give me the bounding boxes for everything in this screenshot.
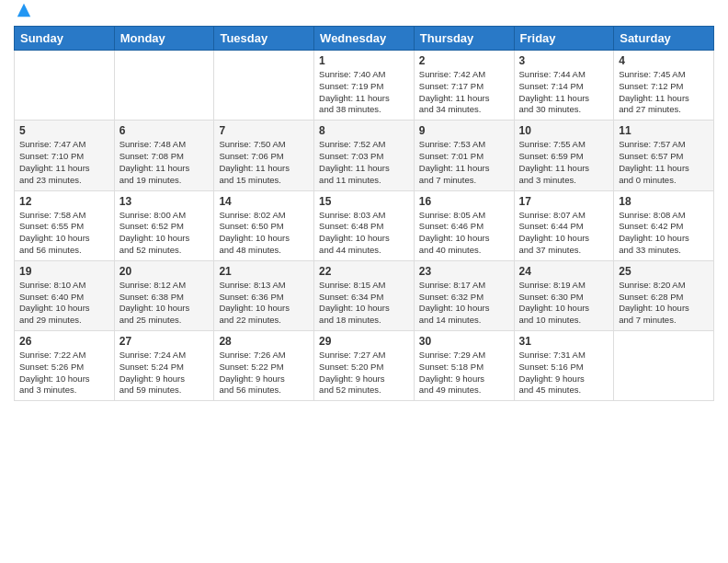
day-number: 18 bbox=[619, 195, 709, 208]
day-number: 22 bbox=[319, 265, 409, 278]
day-info: Sunrise: 7:45 AM Sunset: 7:12 PM Dayligh… bbox=[619, 69, 709, 116]
day-header-wednesday: Wednesday bbox=[314, 27, 415, 51]
day-info: Sunrise: 7:40 AM Sunset: 7:19 PM Dayligh… bbox=[319, 69, 409, 116]
calendar-cell: 14Sunrise: 8:02 AM Sunset: 6:50 PM Dayli… bbox=[214, 190, 314, 260]
day-number: 2 bbox=[419, 54, 509, 67]
day-info: Sunrise: 7:29 AM Sunset: 5:18 PM Dayligh… bbox=[419, 350, 509, 396]
day-number: 14 bbox=[219, 195, 309, 208]
day-header-saturday: Saturday bbox=[614, 27, 714, 51]
calendar-cell: 9Sunrise: 7:53 AM Sunset: 7:01 PM Daylig… bbox=[414, 121, 514, 190]
logo-text bbox=[14, 9, 32, 18]
day-info: Sunrise: 7:57 AM Sunset: 6:57 PM Dayligh… bbox=[619, 139, 709, 186]
calendar-cell: 15Sunrise: 8:03 AM Sunset: 6:48 PM Dayli… bbox=[314, 190, 415, 260]
calendar-cell: 18Sunrise: 8:08 AM Sunset: 6:42 PM Dayli… bbox=[614, 190, 714, 260]
day-header-sunday: Sunday bbox=[15, 27, 115, 51]
day-number: 20 bbox=[119, 265, 210, 278]
day-number: 6 bbox=[119, 124, 210, 137]
day-info: Sunrise: 8:13 AM Sunset: 6:36 PM Dayligh… bbox=[219, 280, 309, 327]
day-info: Sunrise: 7:27 AM Sunset: 5:20 PM Dayligh… bbox=[319, 350, 409, 396]
day-info: Sunrise: 8:07 AM Sunset: 6:44 PM Dayligh… bbox=[519, 210, 609, 257]
week-row-4: 19Sunrise: 8:10 AM Sunset: 6:40 PM Dayli… bbox=[15, 260, 714, 330]
day-info: Sunrise: 8:03 AM Sunset: 6:48 PM Dayligh… bbox=[319, 210, 409, 257]
day-number: 24 bbox=[519, 265, 609, 278]
day-number: 19 bbox=[19, 265, 109, 278]
calendar-cell: 25Sunrise: 8:20 AM Sunset: 6:28 PM Dayli… bbox=[614, 260, 714, 330]
day-number: 25 bbox=[619, 265, 709, 278]
svg-marker-0 bbox=[17, 4, 30, 17]
day-info: Sunrise: 7:44 AM Sunset: 7:14 PM Dayligh… bbox=[519, 69, 609, 116]
day-number: 4 bbox=[619, 54, 709, 67]
calendar-cell: 11Sunrise: 7:57 AM Sunset: 6:57 PM Dayli… bbox=[614, 121, 714, 190]
header-row: SundayMondayTuesdayWednesdayThursdayFrid… bbox=[15, 27, 714, 51]
calendar-cell: 26Sunrise: 7:22 AM Sunset: 5:26 PM Dayli… bbox=[15, 331, 115, 401]
day-number: 5 bbox=[19, 124, 109, 137]
week-row-5: 26Sunrise: 7:22 AM Sunset: 5:26 PM Dayli… bbox=[15, 331, 714, 401]
calendar-cell: 23Sunrise: 8:17 AM Sunset: 6:32 PM Dayli… bbox=[414, 260, 514, 330]
day-number: 27 bbox=[119, 335, 210, 348]
day-info: Sunrise: 7:55 AM Sunset: 6:59 PM Dayligh… bbox=[519, 139, 609, 186]
day-info: Sunrise: 8:00 AM Sunset: 6:52 PM Dayligh… bbox=[119, 210, 210, 257]
day-info: Sunrise: 8:20 AM Sunset: 6:28 PM Dayligh… bbox=[619, 280, 709, 327]
day-info: Sunrise: 7:24 AM Sunset: 5:24 PM Dayligh… bbox=[119, 350, 210, 396]
day-info: Sunrise: 8:10 AM Sunset: 6:40 PM Dayligh… bbox=[19, 280, 109, 327]
day-info: Sunrise: 7:47 AM Sunset: 7:10 PM Dayligh… bbox=[19, 139, 109, 186]
day-number: 10 bbox=[519, 124, 609, 137]
calendar-cell: 22Sunrise: 8:15 AM Sunset: 6:34 PM Dayli… bbox=[314, 260, 415, 330]
calendar-cell: 8Sunrise: 7:52 AM Sunset: 7:03 PM Daylig… bbox=[314, 121, 415, 190]
page: SundayMondayTuesdayWednesdayThursdayFrid… bbox=[0, 0, 728, 563]
calendar-cell: 2Sunrise: 7:42 AM Sunset: 7:17 PM Daylig… bbox=[414, 51, 514, 121]
day-info: Sunrise: 8:15 AM Sunset: 6:34 PM Dayligh… bbox=[319, 280, 409, 327]
week-row-2: 5Sunrise: 7:47 AM Sunset: 7:10 PM Daylig… bbox=[15, 121, 714, 190]
calendar-cell: 5Sunrise: 7:47 AM Sunset: 7:10 PM Daylig… bbox=[15, 121, 115, 190]
day-number: 8 bbox=[319, 124, 409, 137]
day-info: Sunrise: 7:53 AM Sunset: 7:01 PM Dayligh… bbox=[419, 139, 509, 186]
day-number: 17 bbox=[519, 195, 609, 208]
calendar-cell bbox=[114, 51, 214, 121]
calendar-cell bbox=[214, 51, 314, 121]
calendar-cell: 24Sunrise: 8:19 AM Sunset: 6:30 PM Dayli… bbox=[514, 260, 614, 330]
day-header-monday: Monday bbox=[114, 27, 214, 51]
calendar-cell: 3Sunrise: 7:44 AM Sunset: 7:14 PM Daylig… bbox=[514, 51, 614, 121]
calendar-cell: 7Sunrise: 7:50 AM Sunset: 7:06 PM Daylig… bbox=[214, 121, 314, 190]
week-row-3: 12Sunrise: 7:58 AM Sunset: 6:55 PM Dayli… bbox=[15, 190, 714, 260]
day-number: 26 bbox=[19, 335, 109, 348]
header bbox=[14, 9, 714, 18]
day-number: 31 bbox=[519, 335, 609, 348]
day-number: 23 bbox=[419, 265, 509, 278]
day-info: Sunrise: 8:02 AM Sunset: 6:50 PM Dayligh… bbox=[219, 210, 309, 257]
day-number: 3 bbox=[519, 54, 609, 67]
calendar-cell: 20Sunrise: 8:12 AM Sunset: 6:38 PM Dayli… bbox=[114, 260, 214, 330]
day-info: Sunrise: 8:05 AM Sunset: 6:46 PM Dayligh… bbox=[419, 210, 509, 257]
calendar-cell: 6Sunrise: 7:48 AM Sunset: 7:08 PM Daylig… bbox=[114, 121, 214, 190]
day-number: 30 bbox=[419, 335, 509, 348]
day-info: Sunrise: 7:26 AM Sunset: 5:22 PM Dayligh… bbox=[219, 350, 309, 396]
day-number: 1 bbox=[319, 54, 409, 67]
logo bbox=[14, 9, 32, 18]
calendar-cell: 1Sunrise: 7:40 AM Sunset: 7:19 PM Daylig… bbox=[314, 51, 415, 121]
day-info: Sunrise: 7:42 AM Sunset: 7:17 PM Dayligh… bbox=[419, 69, 509, 116]
calendar-cell: 28Sunrise: 7:26 AM Sunset: 5:22 PM Dayli… bbox=[214, 331, 314, 401]
day-header-tuesday: Tuesday bbox=[214, 27, 314, 51]
day-info: Sunrise: 8:19 AM Sunset: 6:30 PM Dayligh… bbox=[519, 280, 609, 327]
day-number: 15 bbox=[319, 195, 409, 208]
day-info: Sunrise: 8:12 AM Sunset: 6:38 PM Dayligh… bbox=[119, 280, 210, 327]
calendar-cell: 17Sunrise: 8:07 AM Sunset: 6:44 PM Dayli… bbox=[514, 190, 614, 260]
week-row-1: 1Sunrise: 7:40 AM Sunset: 7:19 PM Daylig… bbox=[15, 51, 714, 121]
day-info: Sunrise: 7:58 AM Sunset: 6:55 PM Dayligh… bbox=[19, 210, 109, 257]
calendar-cell: 13Sunrise: 8:00 AM Sunset: 6:52 PM Dayli… bbox=[114, 190, 214, 260]
calendar-cell: 16Sunrise: 8:05 AM Sunset: 6:46 PM Dayli… bbox=[414, 190, 514, 260]
day-info: Sunrise: 7:52 AM Sunset: 7:03 PM Dayligh… bbox=[319, 139, 409, 186]
calendar-cell: 27Sunrise: 7:24 AM Sunset: 5:24 PM Dayli… bbox=[114, 331, 214, 401]
calendar-cell bbox=[614, 331, 714, 401]
day-number: 21 bbox=[219, 265, 309, 278]
day-info: Sunrise: 7:31 AM Sunset: 5:16 PM Dayligh… bbox=[519, 350, 609, 396]
calendar-cell: 12Sunrise: 7:58 AM Sunset: 6:55 PM Dayli… bbox=[15, 190, 115, 260]
day-number: 9 bbox=[419, 124, 509, 137]
day-info: Sunrise: 8:17 AM Sunset: 6:32 PM Dayligh… bbox=[419, 280, 509, 327]
day-header-thursday: Thursday bbox=[414, 27, 514, 51]
day-number: 28 bbox=[219, 335, 309, 348]
day-header-friday: Friday bbox=[514, 27, 614, 51]
day-number: 7 bbox=[219, 124, 309, 137]
calendar-cell: 4Sunrise: 7:45 AM Sunset: 7:12 PM Daylig… bbox=[614, 51, 714, 121]
calendar-cell: 30Sunrise: 7:29 AM Sunset: 5:18 PM Dayli… bbox=[414, 331, 514, 401]
